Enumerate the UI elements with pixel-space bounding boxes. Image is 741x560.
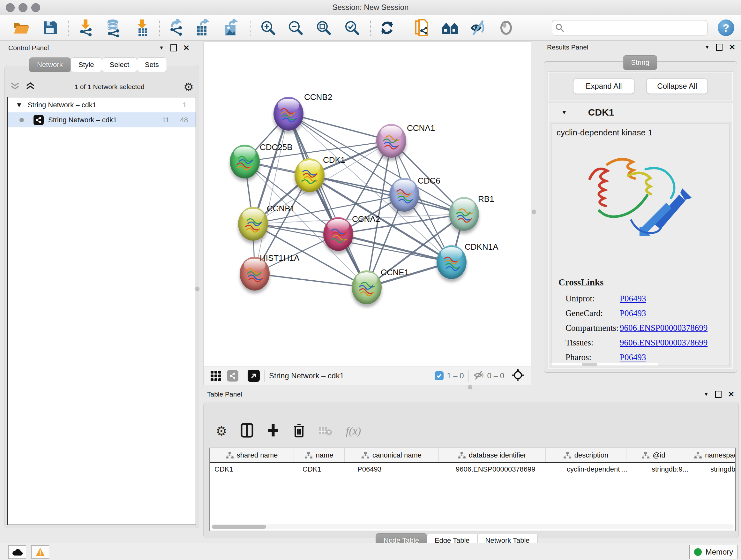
network-node-ccne1[interactable] [352,270,382,304]
cloud-status-icon[interactable] [8,545,26,559]
zoom-in-icon[interactable] [259,19,277,37]
splitter-handle[interactable] [468,384,472,389]
network-style-icon[interactable] [227,370,239,381]
network-node-ccnb2[interactable] [273,97,304,131]
import-network-database-icon[interactable] [104,19,122,37]
export-network-icon[interactable] [167,19,185,37]
help-icon[interactable]: ? [718,19,734,36]
column-header-canonicalname[interactable]: canonical name [345,448,439,462]
zoom-out-icon[interactable] [286,19,305,37]
results-hscrollbar[interactable] [551,363,658,366]
network-node-rb1[interactable] [449,197,479,231]
panel-frame-icon[interactable] [715,391,722,398]
tab-string[interactable]: String [623,55,657,70]
splitter-handle[interactable] [532,209,536,213]
crosslink-value[interactable]: 9606.ENSP00000378699 [620,323,708,333]
import-table-icon[interactable] [133,19,151,37]
zoom-fit-icon[interactable] [315,19,333,37]
birdseye-crosshair-icon[interactable] [511,368,525,383]
search-input[interactable] [566,22,704,34]
collapse-all-button[interactable]: Collapse All [647,78,708,94]
network-node-ccna2[interactable] [323,217,353,251]
column-header-databaseidentifier[interactable]: database identifier [439,448,546,462]
expand-all-button[interactable]: Expand All [573,78,634,94]
panel-frame-icon[interactable] [171,44,177,51]
tab-sets[interactable]: Sets [137,57,167,72]
crosslink-value[interactable]: P06493 [620,353,646,362]
table-cell[interactable]: cyclin-dependent ... [562,463,647,476]
panel-float-icon[interactable]: ▼ [704,391,709,397]
network-node-label: CCNA2 [352,214,380,224]
table-cell[interactable]: 9606.ENSP00000378699 [451,463,562,476]
export-image-icon[interactable] [222,19,240,37]
panel-float-icon[interactable]: ▼ [159,45,164,51]
show-hide-graphics-icon[interactable] [469,19,487,37]
table-settings-gear-icon[interactable]: ⚙ [216,424,227,438]
network-row[interactable]: String Network – cdk1 11 48 [8,112,196,127]
panel-close-icon[interactable]: ✕ [183,44,190,52]
export-table-icon[interactable] [194,19,212,37]
table-row[interactable]: CDK1CDK1P064939606.ENSP00000378699cyclin… [210,463,735,476]
open-folder-icon[interactable] [13,19,30,37]
crosslink-value[interactable]: P06493 [620,294,646,304]
refresh-layout-icon[interactable] [378,19,396,37]
network-node-label: CDC6 [418,176,441,186]
network-node-cdc6[interactable] [389,178,419,212]
network-node-cdc25b[interactable] [230,145,260,179]
delete-column-icon[interactable] [293,423,305,439]
zoom-selected-icon[interactable] [343,19,361,37]
expand-all-icon[interactable] [25,82,36,92]
crosslink-value[interactable]: P06493 [620,308,646,318]
copy-network-style-icon[interactable] [413,19,431,37]
crosslink-value[interactable]: 9606.ENSP00000378699 [620,338,708,348]
search-box[interactable] [552,20,708,36]
table-cell[interactable]: CDK1 [210,463,298,476]
network-collection-row[interactable]: ▼ String Network – cdk1 1 [8,98,196,112]
show-grid-icon[interactable] [211,371,221,381]
tab-style[interactable]: Style [71,57,102,72]
table-hscrollbar[interactable] [211,524,734,530]
clear-table-icon[interactable] [319,425,333,437]
import-network-file-icon[interactable] [77,19,94,37]
detach-view-icon[interactable] [248,370,260,382]
table-cell[interactable]: CDK1 [298,463,353,476]
section-expander-icon[interactable]: ▼ [561,109,567,116]
table-cell[interactable]: stringdb [706,463,736,476]
column-header-sharedname[interactable]: shared name [210,448,294,462]
network-node-ccnb1[interactable] [238,207,268,241]
home-species-icon[interactable] [441,19,459,37]
save-icon[interactable] [42,19,59,37]
table-cell[interactable]: P06493 [353,463,451,476]
main-toolbar: ? [0,15,741,41]
panel-frame-icon[interactable] [716,44,723,51]
collection-expander-icon[interactable]: ▼ [16,101,23,109]
column-header-namespace[interactable]: namespace [681,448,736,462]
column-header-id[interactable]: @id [626,448,681,462]
collapse-all-icon[interactable] [10,82,20,92]
gene-section-header[interactable]: ▼ CDK1 [549,103,732,122]
network-node-cdkn1a[interactable] [436,245,467,279]
node-table[interactable]: shared namenamecanonical namedatabase id… [209,448,736,531]
network-node-ccna1[interactable] [376,124,406,158]
panel-float-icon[interactable]: ▼ [704,44,710,50]
selected-checkbox-icon[interactable] [434,371,444,380]
column-header-name[interactable]: name [294,448,345,462]
tab-select[interactable]: Select [102,57,137,72]
function-builder-icon[interactable]: f(x) [346,425,361,437]
panel-close-icon[interactable]: ✕ [729,43,735,52]
birds-eye-icon[interactable] [497,19,515,37]
tab-network[interactable]: Network [29,57,71,72]
add-column-icon[interactable] [267,423,280,439]
network-node-cdk1[interactable] [294,159,325,192]
hidden-eye-icon[interactable] [473,370,484,381]
panel-close-icon[interactable]: ✕ [728,390,734,399]
column-header-description[interactable]: description [546,448,626,462]
protein-structure-image [577,140,704,268]
memory-button[interactable]: Memory [689,545,738,559]
splitter-handle[interactable] [195,286,199,291]
warning-icon[interactable] [31,545,49,559]
table-cell[interactable]: stringdb:9... [647,463,706,476]
network-view-canvas[interactable]: CCNB2CCNA1CDC25BCDK1CDC6RB1CCNB1CCNA2CDK… [203,42,531,367]
network-options-gear-icon[interactable]: ⚙ [184,80,194,94]
show-columns-icon[interactable] [241,423,253,439]
